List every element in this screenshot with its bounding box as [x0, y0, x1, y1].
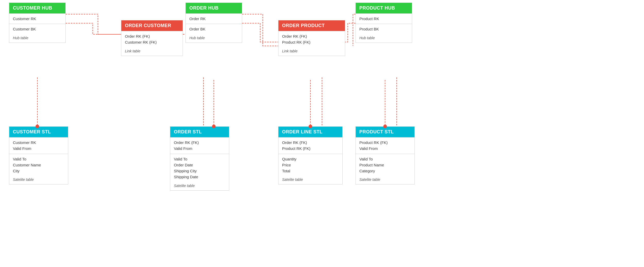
product-stl-table: PRODUCT STL Product RK (FK)Valid From Va… [355, 126, 415, 184]
order-line-stl-section2: QuantityPriceTotal [278, 154, 342, 176]
product-hub-section2: Product BK [356, 24, 412, 34]
order-line-stl-header: ORDER LINE STL [278, 127, 342, 137]
order-stl-table: ORDER STL Order RK (FK)Valid From Valid … [170, 126, 229, 191]
order-hub-table: ORDER HUB Order RK Order BK Hub table [185, 3, 242, 43]
order-customer-section1: Order RK (FK)Customer RK (FK) [121, 31, 183, 47]
order-line-stl-section1: Order RK (FK)Product RK (FK) [278, 137, 342, 154]
diagram-container: CUSTOMER HUB Customer RK Customer BK Hub… [0, 0, 644, 267]
product-stl-section2: Valid ToProduct NameCategory [356, 154, 414, 176]
customer-stl-footer: Satelite table [9, 176, 68, 184]
order-hub-section1: Order RK [186, 13, 242, 24]
order-line-stl-footer: Satelite table [278, 176, 342, 184]
order-stl-footer: Satelite table [170, 182, 229, 190]
product-stl-header: PRODUCT STL [356, 127, 414, 137]
customer-hub-section1: Customer RK [9, 13, 65, 24]
product-stl-section1: Product RK (FK)Valid From [356, 137, 414, 154]
customer-hub-footer: Hub table [9, 34, 65, 43]
order-customer-table: ORDER CUSTOMER Order RK (FK)Customer RK … [121, 20, 183, 56]
customer-hub-table: CUSTOMER HUB Customer RK Customer BK Hub… [9, 3, 66, 43]
customer-stl-section1: Customer RKValid From [9, 137, 68, 154]
order-product-footer: Link table [278, 47, 345, 56]
product-hub-footer: Hub table [356, 34, 412, 43]
customer-stl-header: CUSTOMER STL [9, 127, 68, 137]
customer-hub-header: CUSTOMER HUB [9, 3, 65, 13]
order-stl-section2: Valid ToOrder DateShipping CityShipping … [170, 154, 229, 182]
customer-hub-section2: Customer BK [9, 24, 65, 34]
order-stl-section1: Order RK (FK)Valid From [170, 137, 229, 154]
order-hub-footer: Hub table [186, 34, 242, 43]
order-customer-footer: Link table [121, 47, 183, 56]
customer-stl-section2: Valid ToCustomer NameCity [9, 154, 68, 176]
product-hub-header: PRODUCT HUB [356, 3, 412, 13]
product-hub-section1: Product RK [356, 13, 412, 24]
order-product-header: ORDER PRODUCT [278, 20, 345, 31]
product-hub-table: PRODUCT HUB Product RK Product BK Hub ta… [355, 3, 412, 43]
product-stl-footer: Satelite table [356, 176, 414, 184]
customer-stl-table: CUSTOMER STL Customer RKValid From Valid… [9, 126, 68, 184]
order-product-section1: Order RK (FK)Product RK (FK) [278, 31, 345, 47]
order-stl-header: ORDER STL [170, 127, 229, 137]
order-hub-section2: Order BK [186, 24, 242, 34]
order-hub-header: ORDER HUB [186, 3, 242, 13]
order-line-stl-table: ORDER LINE STL Order RK (FK)Product RK (… [278, 126, 343, 184]
conn-ch-oc [66, 14, 121, 34]
order-customer-header: ORDER CUSTOMER [121, 20, 183, 31]
order-product-table: ORDER PRODUCT Order RK (FK)Product RK (F… [278, 20, 345, 56]
